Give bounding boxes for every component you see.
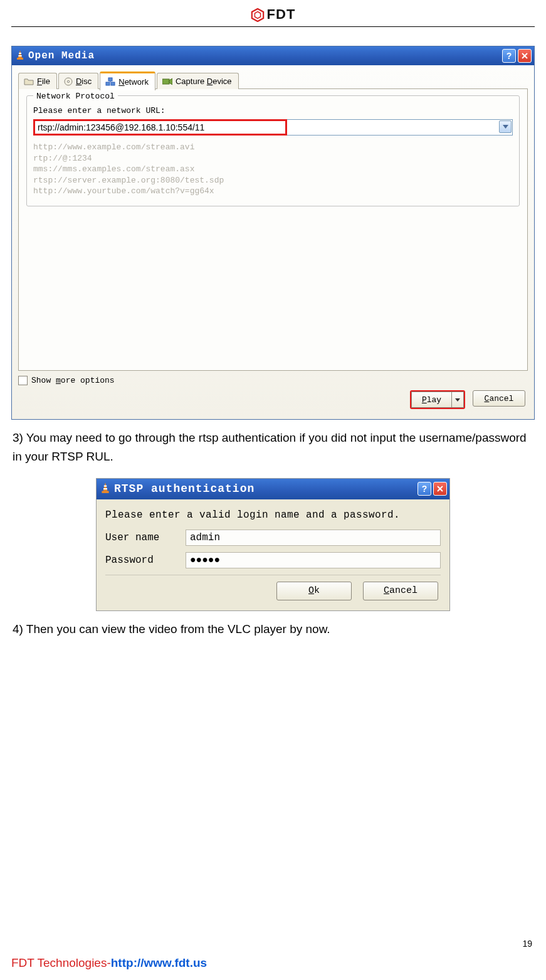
page-footer: FDT Technologies-http://www.fdt.us bbox=[11, 956, 207, 970]
svg-rect-14 bbox=[162, 79, 169, 84]
step-4-text: 4) Then you can view the video from the … bbox=[13, 620, 533, 639]
open-media-titlebar[interactable]: Open Media ? bbox=[12, 46, 534, 65]
brand-logo: FDT bbox=[251, 6, 296, 23]
close-button[interactable] bbox=[433, 482, 447, 496]
svg-rect-20 bbox=[103, 488, 107, 489]
tab-capture-label: Capture Device bbox=[176, 77, 232, 86]
network-protocol-legend: Network Protocol bbox=[33, 92, 118, 101]
help-button[interactable]: ? bbox=[417, 482, 431, 496]
svg-rect-4 bbox=[18, 55, 21, 56]
vlc-cone-icon bbox=[16, 50, 24, 62]
tab-network[interactable]: Network bbox=[100, 72, 155, 90]
username-label: User name bbox=[105, 532, 186, 543]
capture-device-icon bbox=[162, 78, 172, 85]
tab-disc-label: Disc bbox=[76, 77, 92, 86]
svg-point-9 bbox=[67, 80, 69, 82]
tab-network-label: Network bbox=[118, 77, 149, 87]
svg-marker-16 bbox=[503, 125, 508, 129]
rtsp-auth-titlebar[interactable]: RTSP authentication ? bbox=[97, 479, 449, 499]
rtsp-auth-title: RTSP authentication bbox=[114, 482, 417, 495]
svg-rect-10 bbox=[106, 82, 110, 85]
svg-marker-1 bbox=[255, 12, 260, 19]
disc-icon bbox=[64, 77, 73, 86]
tabstrip: File Disc Network bbox=[18, 72, 528, 89]
rtsp-auth-wrap: RTSP authentication ? Please enter a val… bbox=[11, 478, 535, 611]
username-row: User name bbox=[105, 530, 441, 546]
open-media-title: Open Media bbox=[28, 50, 502, 61]
open-media-dialog: Open Media ? File Disc bbox=[11, 46, 535, 420]
close-button[interactable] bbox=[518, 49, 532, 63]
svg-marker-0 bbox=[251, 9, 263, 21]
ok-button[interactable]: Ok bbox=[276, 582, 352, 600]
password-row: Password bbox=[105, 552, 441, 568]
password-input[interactable] bbox=[186, 552, 441, 568]
show-more-row: Show more options bbox=[18, 376, 528, 385]
username-input[interactable] bbox=[186, 530, 441, 546]
tab-file[interactable]: File bbox=[18, 73, 57, 89]
svg-rect-21 bbox=[102, 491, 108, 493]
password-label: Password bbox=[105, 555, 186, 566]
rtsp-auth-dialog: RTSP authentication ? Please enter a val… bbox=[96, 478, 450, 611]
open-media-footer: Play Cancel bbox=[18, 385, 528, 413]
help-button[interactable]: ? bbox=[502, 49, 516, 63]
rtsp-auth-body: Please enter a valid login name and a pa… bbox=[97, 499, 449, 610]
footer-company: FDT Technologies- bbox=[11, 956, 111, 969]
show-more-label: Show more options bbox=[31, 376, 115, 385]
open-media-body: File Disc Network bbox=[12, 65, 534, 419]
network-icon bbox=[105, 77, 115, 86]
page-header: FDT bbox=[11, 0, 535, 27]
svg-rect-5 bbox=[17, 58, 23, 60]
network-url-input[interactable] bbox=[33, 119, 513, 136]
url-dropdown-button[interactable] bbox=[499, 120, 512, 133]
vlc-cone-icon bbox=[100, 482, 110, 496]
step-3-text: 3) You may need to go through the rtsp a… bbox=[13, 429, 533, 467]
tab-capture-device[interactable]: Capture Device bbox=[157, 73, 239, 89]
page-number: 19 bbox=[522, 939, 532, 949]
cancel-button[interactable]: Cancel bbox=[363, 582, 438, 600]
auth-message: Please enter a valid login name and a pa… bbox=[105, 509, 441, 521]
url-row bbox=[33, 119, 513, 136]
brand-text: FDT bbox=[267, 6, 296, 23]
titlebar-buttons: ? bbox=[502, 49, 532, 63]
play-button[interactable]: Play bbox=[411, 391, 451, 408]
svg-rect-12 bbox=[108, 78, 112, 81]
url-prompt: Please enter a network URL: bbox=[33, 106, 513, 115]
tab-file-label: File bbox=[37, 77, 50, 86]
network-panel: Network Protocol Please enter a network … bbox=[18, 88, 528, 371]
footer-url[interactable]: http://www.fdt.us bbox=[111, 956, 207, 969]
show-more-checkbox[interactable] bbox=[18, 376, 28, 385]
titlebar-buttons: ? bbox=[417, 482, 447, 496]
folder-icon bbox=[24, 78, 34, 85]
play-dropdown-button[interactable] bbox=[451, 391, 464, 408]
tab-disc[interactable]: Disc bbox=[58, 73, 98, 89]
cancel-button[interactable]: Cancel bbox=[473, 390, 525, 407]
brand-hexagon-icon bbox=[251, 6, 265, 23]
svg-marker-17 bbox=[455, 398, 460, 402]
svg-rect-3 bbox=[19, 53, 21, 54]
network-protocol-fieldset: Network Protocol Please enter a network … bbox=[26, 95, 520, 206]
svg-rect-19 bbox=[104, 485, 107, 486]
rtsp-auth-footer: Ok Cancel bbox=[105, 582, 441, 604]
svg-rect-11 bbox=[111, 82, 115, 85]
url-examples: http://www.example.com/stream.avi rtp://… bbox=[33, 142, 513, 197]
svg-marker-15 bbox=[169, 78, 172, 85]
divider bbox=[105, 575, 441, 575]
play-button-group: Play bbox=[410, 390, 465, 409]
